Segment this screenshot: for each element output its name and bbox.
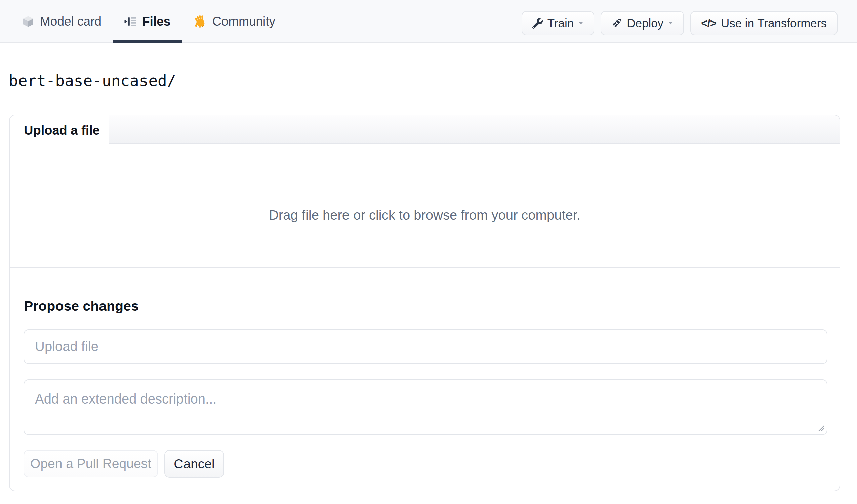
- button-label: Deploy: [627, 16, 663, 30]
- repo-tab-bar: Model card Files: [0, 0, 857, 43]
- propose-changes-heading: Propose changes: [24, 298, 139, 314]
- tab-upload-a-file[interactable]: Upload a file: [10, 115, 109, 146]
- button-label: Train: [548, 16, 574, 30]
- code-icon: </>: [701, 17, 716, 30]
- resize-handle-icon[interactable]: [817, 424, 825, 432]
- tab-model-card[interactable]: Model card: [21, 0, 101, 43]
- deploy-button[interactable]: Deploy: [601, 11, 684, 35]
- cube-icon: [21, 15, 35, 28]
- page: Model card Files: [0, 0, 857, 504]
- commit-title-input[interactable]: [23, 329, 827, 364]
- files-tab-active-underline: [113, 40, 182, 43]
- tab-label: Files: [142, 14, 170, 29]
- tab-files[interactable]: Files: [124, 0, 170, 43]
- train-button[interactable]: Train: [522, 11, 594, 35]
- wrench-icon: [532, 18, 543, 29]
- tab-community[interactable]: Community: [192, 0, 275, 43]
- extended-description-textarea[interactable]: [23, 379, 827, 435]
- rocket-icon: [611, 18, 622, 29]
- tab-label: Community: [213, 14, 275, 29]
- files-icon: [124, 15, 137, 28]
- breadcrumb[interactable]: bert-base-uncased/: [9, 71, 177, 90]
- use-in-transformers-button[interactable]: </> Use in Transformers: [690, 11, 838, 35]
- upload-panel-tab-strip: [10, 115, 840, 144]
- dropzone-hint-text: Drag file here or click to browse from y…: [10, 206, 840, 224]
- cancel-button[interactable]: Cancel: [164, 450, 224, 478]
- button-label: Use in Transformers: [721, 16, 827, 30]
- open-pull-request-button[interactable]: Open a Pull Request: [23, 450, 158, 477]
- file-dropzone[interactable]: Drag file here or click to browse from y…: [10, 145, 840, 268]
- caret-down-icon: [668, 21, 673, 25]
- tab-label: Upload a file: [24, 123, 100, 138]
- repo-action-buttons: Train Deploy: [522, 11, 838, 35]
- tab-label: Model card: [40, 14, 101, 29]
- caret-down-icon: [578, 21, 584, 25]
- waving-hand-icon: [192, 14, 207, 29]
- upload-panel: Upload a file Drag file here or click to…: [9, 115, 840, 491]
- description-field-wrap: [23, 379, 827, 435]
